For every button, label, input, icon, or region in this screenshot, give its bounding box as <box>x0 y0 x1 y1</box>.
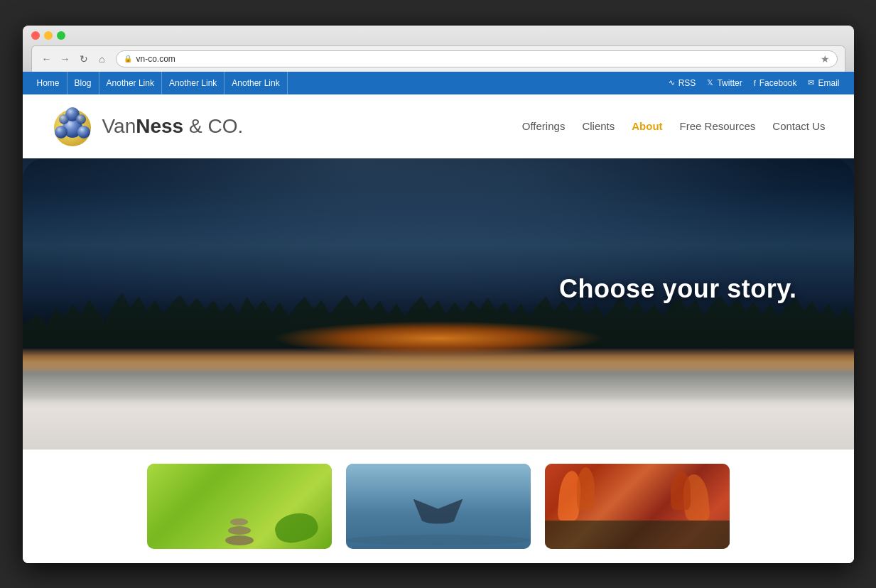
cards-section <box>23 450 854 563</box>
facebook-label: Facebook <box>759 78 797 88</box>
svg-point-3 <box>55 126 67 138</box>
nav-buttons: ← → ↻ ⌂ <box>39 51 110 67</box>
nav-contact-us[interactable]: Contact Us <box>772 120 825 132</box>
top-nav-link3[interactable]: Another Link <box>225 72 287 94</box>
nav-about[interactable]: About <box>632 120 662 132</box>
sunset-glow <box>272 321 605 356</box>
browser-window: ← → ↻ ⌂ 🔒 vn-co.com ★ Home Blog Another … <box>23 26 854 563</box>
logo-text: VanNess & CO. <box>102 115 244 138</box>
logo-area[interactable]: VanNess & CO. <box>51 105 244 148</box>
facebook-link[interactable]: f Facebook <box>754 78 797 88</box>
top-nav-bar: Home Blog Another Link Another Link Anot… <box>23 72 854 94</box>
card-green[interactable] <box>147 464 332 549</box>
maximize-button[interactable] <box>57 31 65 40</box>
top-nav-home[interactable]: Home <box>37 72 67 94</box>
rss-link[interactable]: ∿ RSS <box>669 78 696 88</box>
card-autumn[interactable] <box>545 464 730 549</box>
nav-free-resources[interactable]: Free Resources <box>680 120 756 132</box>
top-nav-link2[interactable]: Another Link <box>162 72 225 94</box>
rss-icon: ∿ <box>669 78 675 87</box>
website-content: Home Blog Another Link Another Link Anot… <box>23 72 854 563</box>
top-nav-blog[interactable]: Blog <box>67 72 99 94</box>
hero-section: Choose your story. <box>23 158 854 450</box>
email-icon: ✉ <box>808 78 814 87</box>
logo-van: Van <box>102 115 136 137</box>
top-nav-link1[interactable]: Another Link <box>99 72 162 94</box>
logo-co: & CO. <box>183 115 243 137</box>
svg-point-4 <box>77 126 90 138</box>
facebook-icon: f <box>754 79 756 87</box>
nav-offerings[interactable]: Offerings <box>522 120 566 132</box>
site-header: VanNess & CO. Offerings Clients About Fr… <box>23 94 854 158</box>
email-label: Email <box>818 78 839 88</box>
twitter-link[interactable]: 𝕏 Twitter <box>707 78 742 88</box>
forward-button[interactable]: → <box>58 51 73 67</box>
address-bar[interactable]: 🔒 vn-co.com ★ <box>116 50 838 67</box>
email-link[interactable]: ✉ Email <box>808 78 839 88</box>
svg-point-6 <box>76 114 86 124</box>
bookmark-icon[interactable]: ★ <box>821 53 830 65</box>
twitter-icon: 𝕏 <box>707 78 713 87</box>
hero-tagline: Choose your story. <box>559 274 796 304</box>
close-button[interactable] <box>31 31 40 40</box>
url-text: vn-co.com <box>136 54 175 64</box>
top-nav-left: Home Blog Another Link Another Link Anot… <box>37 72 288 94</box>
top-nav-right: ∿ RSS 𝕏 Twitter f Facebook ✉ Email <box>669 78 840 88</box>
logo-ness: Ness <box>136 115 183 137</box>
lock-icon: 🔒 <box>124 55 132 62</box>
browser-toolbar: ← → ↻ ⌂ 🔒 vn-co.com ★ <box>31 45 845 72</box>
rss-label: RSS <box>678 78 696 88</box>
home-button[interactable]: ⌂ <box>94 51 110 67</box>
minimize-button[interactable] <box>44 31 53 40</box>
logo-icon <box>51 105 94 148</box>
nav-clients[interactable]: Clients <box>582 120 615 132</box>
main-navigation: Offerings Clients About Free Resources C… <box>522 120 826 132</box>
card-ocean[interactable] <box>346 464 531 549</box>
svg-point-5 <box>59 114 69 124</box>
browser-chrome: ← → ↻ ⌂ 🔒 vn-co.com ★ <box>23 26 854 72</box>
back-button[interactable]: ← <box>39 51 55 67</box>
traffic-lights <box>31 31 845 40</box>
twitter-label: Twitter <box>717 78 742 88</box>
refresh-button[interactable]: ↻ <box>76 51 92 67</box>
